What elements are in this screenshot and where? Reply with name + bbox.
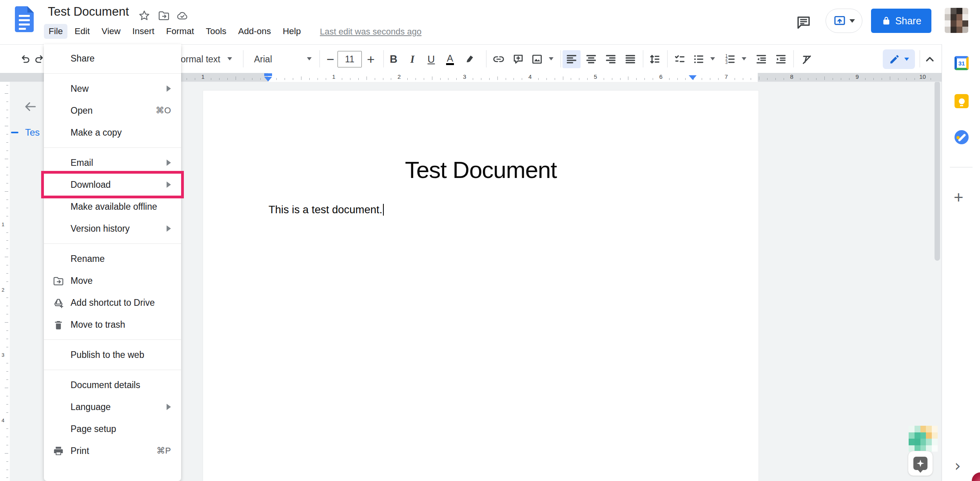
menu-item-publish-to-the-web[interactable]: Publish to the web (44, 344, 181, 366)
menu-item-print[interactable]: Print⌘P (44, 440, 181, 462)
menu-item-version-history[interactable]: Version history (44, 218, 181, 240)
avatar-pixel (956, 20, 962, 27)
google-tasks-icon[interactable] (955, 130, 969, 144)
menu-item-new[interactable]: New (44, 78, 181, 100)
ruler-tick (677, 78, 678, 80)
highlight-color-button[interactable] (461, 50, 479, 68)
first-line-indent-marker[interactable] (264, 73, 272, 76)
menubar-item-view[interactable]: View (97, 24, 125, 39)
avatar-pixel (945, 14, 951, 20)
insert-link-button[interactable] (490, 50, 508, 68)
user-avatar[interactable] (945, 8, 968, 33)
editing-mode-dropdown[interactable] (883, 49, 915, 69)
menubar-item-insert[interactable]: Insert (127, 24, 159, 39)
menubar-item-format[interactable]: Format (162, 24, 199, 39)
menu-item-language[interactable]: Language (44, 396, 181, 418)
menu-item-download[interactable]: Download (44, 174, 181, 196)
thumbnail-pixel (920, 432, 926, 439)
hide-outline-arrow-icon[interactable] (23, 99, 38, 114)
menubar-item-help[interactable]: Help (278, 24, 305, 39)
paragraph-styles-caret[interactable] (227, 57, 232, 60)
document-title[interactable]: Test Document (48, 5, 129, 19)
menu-item-page-setup[interactable]: Page setup (44, 418, 181, 440)
menubar-item-tools[interactable]: Tools (201, 24, 231, 39)
google-docs-logo[interactable] (15, 6, 34, 32)
align-center-button[interactable] (582, 50, 600, 68)
insert-image-caret[interactable] (549, 57, 554, 60)
right-indent-marker[interactable] (689, 75, 697, 80)
outline-item[interactable]: Tes (11, 127, 40, 138)
text-color-button[interactable]: A (441, 50, 459, 68)
bulleted-list-button[interactable] (690, 50, 708, 68)
present-button[interactable] (826, 9, 862, 33)
menu-item-document-details[interactable]: Document details (44, 374, 181, 396)
align-right-button[interactable] (602, 50, 620, 68)
ruler-number: 7 (725, 73, 728, 80)
explore-button[interactable] (908, 451, 933, 476)
vertical-ruler[interactable]: 1234 (0, 82, 10, 481)
line-spacing-button[interactable] (646, 50, 664, 68)
bulleted-list-caret[interactable] (710, 57, 715, 60)
last-edit-link[interactable]: Last edit was seconds ago (320, 27, 421, 37)
checklist-button[interactable] (671, 50, 689, 68)
vruler-tick (6, 200, 8, 200)
google-keep-icon[interactable] (955, 94, 969, 108)
avatar-pixel (945, 8, 951, 14)
move-to-folder-icon[interactable] (158, 9, 170, 22)
italic-button[interactable]: I (403, 50, 421, 68)
decrease-indent-button[interactable] (752, 50, 770, 68)
ruler-tick (587, 78, 588, 80)
comments-icon[interactable] (795, 14, 812, 31)
collapse-toolbar-button[interactable] (921, 50, 939, 68)
menubar-item-file[interactable]: File (44, 24, 67, 39)
menu-item-open[interactable]: Open⌘O (44, 100, 181, 122)
document-page[interactable]: Test Document This is a test document. (203, 91, 759, 481)
decrease-font-size-button[interactable]: − (321, 50, 339, 68)
vruler-tick (6, 134, 8, 134)
menu-item-rename[interactable]: Rename (44, 248, 181, 270)
google-calendar-icon[interactable]: 31 (955, 56, 969, 70)
vruler-tick (6, 470, 8, 470)
underline-button[interactable]: U (422, 50, 440, 68)
menu-item-make-a-copy[interactable]: Make a copy (44, 122, 181, 143)
numbered-list-caret[interactable] (742, 57, 746, 60)
add-comment-button[interactable] (509, 50, 527, 68)
blurred-thumbnail (909, 426, 938, 452)
cloud-saved-icon[interactable] (176, 9, 188, 22)
increase-font-size-button[interactable]: + (362, 50, 380, 68)
menu-item-shortcut: ⌘O (156, 105, 171, 116)
ruler-tick (195, 78, 195, 80)
doc-paragraph[interactable]: This is a test document. (269, 203, 384, 216)
align-left-button[interactable] (563, 50, 581, 68)
svg-text:3: 3 (726, 60, 728, 65)
menu-item-label: Page setup (71, 424, 171, 434)
menu-item-move[interactable]: Move (44, 270, 181, 292)
left-indent-marker[interactable] (264, 77, 272, 82)
share-button[interactable]: Share (871, 9, 931, 33)
menu-item-share[interactable]: Share (44, 47, 181, 69)
doc-heading[interactable]: Test Document (203, 156, 759, 183)
align-justify-button[interactable] (621, 50, 639, 68)
clear-formatting-button[interactable] (798, 50, 816, 68)
paragraph-styles-dropdown[interactable]: ormal text (181, 50, 220, 68)
numbered-list-button[interactable]: 123 (721, 50, 739, 68)
increase-indent-button[interactable] (772, 50, 790, 68)
menu-item-make-available-offline[interactable]: Make available offline (44, 196, 181, 218)
menu-item-email[interactable]: Email (44, 152, 181, 174)
vruler-tick (6, 249, 8, 249)
font-size-value[interactable]: 11 (338, 51, 362, 67)
menu-item-label: Download (71, 180, 167, 190)
font-family-caret[interactable] (307, 57, 312, 60)
menubar-item-edit[interactable]: Edit (70, 24, 94, 39)
ruler-tick (424, 78, 424, 80)
menu-item-add-shortcut-to-drive[interactable]: Add shortcut to Drive (44, 292, 181, 314)
star-icon[interactable] (138, 9, 151, 22)
vertical-scrollbar[interactable] (935, 81, 940, 261)
menubar-item-addons[interactable]: Add-ons (234, 24, 276, 39)
get-addons-plus-icon[interactable]: + (954, 189, 964, 206)
bold-button[interactable]: B (385, 50, 403, 68)
menu-item-move-to-trash[interactable]: Move to trash (44, 314, 181, 336)
hide-side-panel-chevron[interactable]: › (955, 457, 961, 475)
font-family-dropdown[interactable]: Arial (254, 50, 272, 68)
insert-image-button[interactable] (528, 50, 546, 68)
